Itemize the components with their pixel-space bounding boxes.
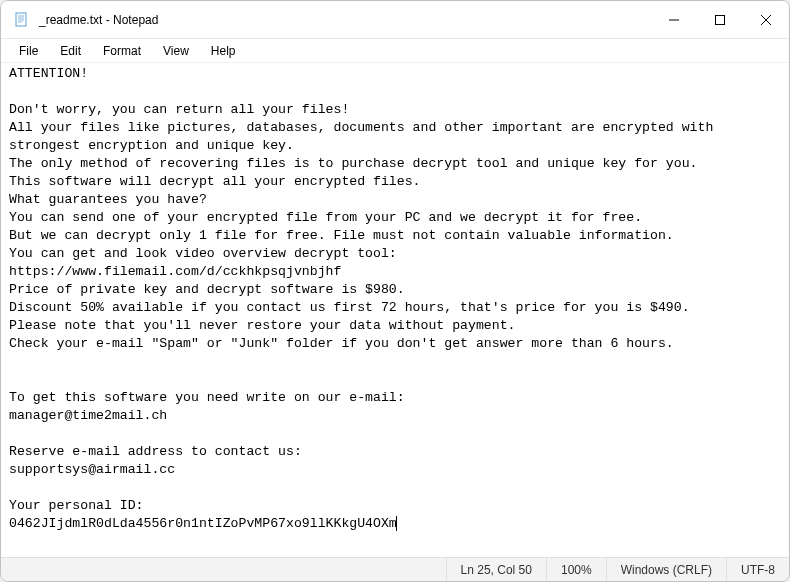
menu-help[interactable]: Help <box>201 42 246 60</box>
maximize-button[interactable] <box>697 1 743 39</box>
menubar: File Edit Format View Help <box>1 39 789 63</box>
menu-file[interactable]: File <box>9 42 48 60</box>
minimize-button[interactable] <box>651 1 697 39</box>
window-title: _readme.txt - Notepad <box>39 13 651 27</box>
status-position: Ln 25, Col 50 <box>446 558 546 581</box>
notepad-icon <box>13 11 31 29</box>
notepad-window: _readme.txt - Notepad File Edit Format V… <box>0 0 790 582</box>
window-controls <box>651 1 789 38</box>
text-editor-area[interactable]: ATTENTION! Don't worry, you can return a… <box>1 63 789 557</box>
statusbar: Ln 25, Col 50 100% Windows (CRLF) UTF-8 <box>1 557 789 581</box>
status-line-endings: Windows (CRLF) <box>606 558 726 581</box>
close-button[interactable] <box>743 1 789 39</box>
text-caret <box>396 516 397 531</box>
status-zoom: 100% <box>546 558 606 581</box>
menu-view[interactable]: View <box>153 42 199 60</box>
status-encoding: UTF-8 <box>726 558 789 581</box>
titlebar[interactable]: _readme.txt - Notepad <box>1 1 789 39</box>
menu-edit[interactable]: Edit <box>50 42 91 60</box>
svg-rect-6 <box>716 16 725 25</box>
menu-format[interactable]: Format <box>93 42 151 60</box>
